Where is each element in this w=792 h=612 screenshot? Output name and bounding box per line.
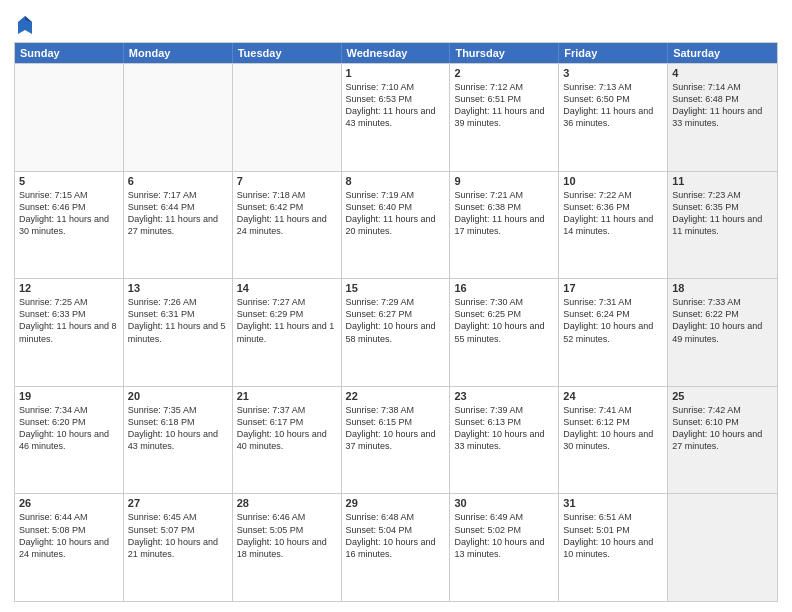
cell-text: Sunrise: 7:39 AMSunset: 6:13 PMDaylight:… bbox=[454, 404, 554, 453]
calendar-row-0: 1Sunrise: 7:10 AMSunset: 6:53 PMDaylight… bbox=[15, 63, 777, 171]
weekday-thursday: Thursday bbox=[450, 43, 559, 63]
weekday-monday: Monday bbox=[124, 43, 233, 63]
cell-text: Sunrise: 7:12 AMSunset: 6:51 PMDaylight:… bbox=[454, 81, 554, 130]
day-number: 23 bbox=[454, 390, 554, 402]
day-number: 28 bbox=[237, 497, 337, 509]
day-number: 6 bbox=[128, 175, 228, 187]
cell-text: Sunrise: 7:37 AMSunset: 6:17 PMDaylight:… bbox=[237, 404, 337, 453]
calendar-row-1: 5Sunrise: 7:15 AMSunset: 6:46 PMDaylight… bbox=[15, 171, 777, 279]
cell-text: Sunrise: 7:14 AMSunset: 6:48 PMDaylight:… bbox=[672, 81, 773, 130]
cell-text: Sunrise: 7:41 AMSunset: 6:12 PMDaylight:… bbox=[563, 404, 663, 453]
cell-text: Sunrise: 7:35 AMSunset: 6:18 PMDaylight:… bbox=[128, 404, 228, 453]
cell-text: Sunrise: 7:29 AMSunset: 6:27 PMDaylight:… bbox=[346, 296, 446, 345]
day-number: 29 bbox=[346, 497, 446, 509]
cal-cell: 22Sunrise: 7:38 AMSunset: 6:15 PMDayligh… bbox=[342, 387, 451, 494]
logo bbox=[14, 14, 34, 36]
day-number: 21 bbox=[237, 390, 337, 402]
weekday-saturday: Saturday bbox=[668, 43, 777, 63]
cal-cell: 29Sunrise: 6:48 AMSunset: 5:04 PMDayligh… bbox=[342, 494, 451, 601]
day-number: 8 bbox=[346, 175, 446, 187]
day-number: 26 bbox=[19, 497, 119, 509]
cell-text: Sunrise: 7:33 AMSunset: 6:22 PMDaylight:… bbox=[672, 296, 773, 345]
cal-cell: 28Sunrise: 6:46 AMSunset: 5:05 PMDayligh… bbox=[233, 494, 342, 601]
day-number: 18 bbox=[672, 282, 773, 294]
cal-cell: 14Sunrise: 7:27 AMSunset: 6:29 PMDayligh… bbox=[233, 279, 342, 386]
cell-text: Sunrise: 7:31 AMSunset: 6:24 PMDaylight:… bbox=[563, 296, 663, 345]
day-number: 3 bbox=[563, 67, 663, 79]
cal-cell: 20Sunrise: 7:35 AMSunset: 6:18 PMDayligh… bbox=[124, 387, 233, 494]
calendar-body: 1Sunrise: 7:10 AMSunset: 6:53 PMDaylight… bbox=[15, 63, 777, 601]
header bbox=[14, 10, 778, 36]
cell-text: Sunrise: 7:30 AMSunset: 6:25 PMDaylight:… bbox=[454, 296, 554, 345]
cal-cell: 3Sunrise: 7:13 AMSunset: 6:50 PMDaylight… bbox=[559, 64, 668, 171]
calendar-row-4: 26Sunrise: 6:44 AMSunset: 5:08 PMDayligh… bbox=[15, 493, 777, 601]
cell-text: Sunrise: 6:48 AMSunset: 5:04 PMDaylight:… bbox=[346, 511, 446, 560]
cal-cell bbox=[124, 64, 233, 171]
cell-text: Sunrise: 7:27 AMSunset: 6:29 PMDaylight:… bbox=[237, 296, 337, 345]
cell-text: Sunrise: 7:26 AMSunset: 6:31 PMDaylight:… bbox=[128, 296, 228, 345]
day-number: 31 bbox=[563, 497, 663, 509]
cal-cell bbox=[15, 64, 124, 171]
calendar-header: SundayMondayTuesdayWednesdayThursdayFrid… bbox=[15, 43, 777, 63]
cal-cell: 13Sunrise: 7:26 AMSunset: 6:31 PMDayligh… bbox=[124, 279, 233, 386]
cell-text: Sunrise: 7:19 AMSunset: 6:40 PMDaylight:… bbox=[346, 189, 446, 238]
day-number: 9 bbox=[454, 175, 554, 187]
day-number: 12 bbox=[19, 282, 119, 294]
cal-cell: 6Sunrise: 7:17 AMSunset: 6:44 PMDaylight… bbox=[124, 172, 233, 279]
cal-cell: 10Sunrise: 7:22 AMSunset: 6:36 PMDayligh… bbox=[559, 172, 668, 279]
logo-icon bbox=[16, 14, 34, 36]
cal-cell: 7Sunrise: 7:18 AMSunset: 6:42 PMDaylight… bbox=[233, 172, 342, 279]
day-number: 20 bbox=[128, 390, 228, 402]
calendar-row-2: 12Sunrise: 7:25 AMSunset: 6:33 PMDayligh… bbox=[15, 278, 777, 386]
cal-cell: 4Sunrise: 7:14 AMSunset: 6:48 PMDaylight… bbox=[668, 64, 777, 171]
cal-cell: 23Sunrise: 7:39 AMSunset: 6:13 PMDayligh… bbox=[450, 387, 559, 494]
weekday-wednesday: Wednesday bbox=[342, 43, 451, 63]
day-number: 11 bbox=[672, 175, 773, 187]
cal-cell: 2Sunrise: 7:12 AMSunset: 6:51 PMDaylight… bbox=[450, 64, 559, 171]
cell-text: Sunrise: 7:18 AMSunset: 6:42 PMDaylight:… bbox=[237, 189, 337, 238]
day-number: 7 bbox=[237, 175, 337, 187]
cell-text: Sunrise: 7:25 AMSunset: 6:33 PMDaylight:… bbox=[19, 296, 119, 345]
cell-text: Sunrise: 7:38 AMSunset: 6:15 PMDaylight:… bbox=[346, 404, 446, 453]
cell-text: Sunrise: 6:46 AMSunset: 5:05 PMDaylight:… bbox=[237, 511, 337, 560]
day-number: 16 bbox=[454, 282, 554, 294]
cal-cell: 18Sunrise: 7:33 AMSunset: 6:22 PMDayligh… bbox=[668, 279, 777, 386]
cell-text: Sunrise: 7:23 AMSunset: 6:35 PMDaylight:… bbox=[672, 189, 773, 238]
cal-cell: 16Sunrise: 7:30 AMSunset: 6:25 PMDayligh… bbox=[450, 279, 559, 386]
cell-text: Sunrise: 7:17 AMSunset: 6:44 PMDaylight:… bbox=[128, 189, 228, 238]
day-number: 10 bbox=[563, 175, 663, 187]
cell-text: Sunrise: 6:45 AMSunset: 5:07 PMDaylight:… bbox=[128, 511, 228, 560]
calendar: SundayMondayTuesdayWednesdayThursdayFrid… bbox=[14, 42, 778, 602]
cal-cell: 26Sunrise: 6:44 AMSunset: 5:08 PMDayligh… bbox=[15, 494, 124, 601]
cal-cell: 12Sunrise: 7:25 AMSunset: 6:33 PMDayligh… bbox=[15, 279, 124, 386]
weekday-tuesday: Tuesday bbox=[233, 43, 342, 63]
day-number: 24 bbox=[563, 390, 663, 402]
cell-text: Sunrise: 7:21 AMSunset: 6:38 PMDaylight:… bbox=[454, 189, 554, 238]
cal-cell: 15Sunrise: 7:29 AMSunset: 6:27 PMDayligh… bbox=[342, 279, 451, 386]
day-number: 17 bbox=[563, 282, 663, 294]
day-number: 4 bbox=[672, 67, 773, 79]
cal-cell: 17Sunrise: 7:31 AMSunset: 6:24 PMDayligh… bbox=[559, 279, 668, 386]
cell-text: Sunrise: 6:49 AMSunset: 5:02 PMDaylight:… bbox=[454, 511, 554, 560]
day-number: 19 bbox=[19, 390, 119, 402]
day-number: 2 bbox=[454, 67, 554, 79]
cal-cell: 30Sunrise: 6:49 AMSunset: 5:02 PMDayligh… bbox=[450, 494, 559, 601]
cal-cell bbox=[233, 64, 342, 171]
day-number: 30 bbox=[454, 497, 554, 509]
day-number: 15 bbox=[346, 282, 446, 294]
day-number: 14 bbox=[237, 282, 337, 294]
day-number: 1 bbox=[346, 67, 446, 79]
cell-text: Sunrise: 6:51 AMSunset: 5:01 PMDaylight:… bbox=[563, 511, 663, 560]
cal-cell: 27Sunrise: 6:45 AMSunset: 5:07 PMDayligh… bbox=[124, 494, 233, 601]
day-number: 27 bbox=[128, 497, 228, 509]
cal-cell: 31Sunrise: 6:51 AMSunset: 5:01 PMDayligh… bbox=[559, 494, 668, 601]
cal-cell: 21Sunrise: 7:37 AMSunset: 6:17 PMDayligh… bbox=[233, 387, 342, 494]
cal-cell: 9Sunrise: 7:21 AMSunset: 6:38 PMDaylight… bbox=[450, 172, 559, 279]
calendar-row-3: 19Sunrise: 7:34 AMSunset: 6:20 PMDayligh… bbox=[15, 386, 777, 494]
cal-cell: 19Sunrise: 7:34 AMSunset: 6:20 PMDayligh… bbox=[15, 387, 124, 494]
cal-cell: 11Sunrise: 7:23 AMSunset: 6:35 PMDayligh… bbox=[668, 172, 777, 279]
day-number: 5 bbox=[19, 175, 119, 187]
cal-cell: 25Sunrise: 7:42 AMSunset: 6:10 PMDayligh… bbox=[668, 387, 777, 494]
cell-text: Sunrise: 7:22 AMSunset: 6:36 PMDaylight:… bbox=[563, 189, 663, 238]
day-number: 22 bbox=[346, 390, 446, 402]
